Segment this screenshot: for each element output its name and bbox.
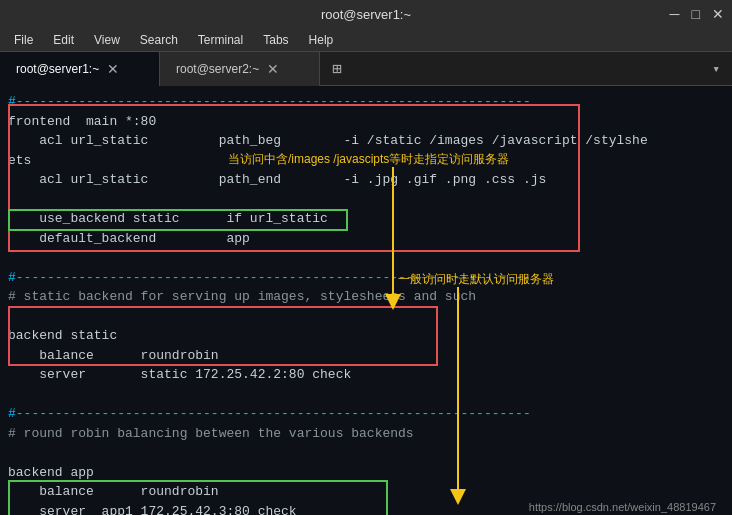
line-blank5: [8, 443, 724, 463]
line-server1: server static 172.25.42.2:80 check: [8, 365, 724, 385]
annotation-static: 当访问中含/images /javascipts等时走指定访问服务器: [228, 150, 509, 168]
window-title: root@server1:~: [321, 7, 411, 22]
new-tab-button[interactable]: ⊞: [324, 57, 350, 81]
line-sep3: #---------------------------------------…: [8, 404, 724, 424]
tab-server2-close[interactable]: ✕: [267, 61, 279, 77]
green-box-default: [8, 209, 348, 231]
menu-view[interactable]: View: [86, 31, 128, 49]
green-box-app: [8, 480, 388, 515]
red-box-static: [8, 306, 438, 366]
terminal-content: #---------------------------------------…: [8, 92, 724, 515]
menu-help[interactable]: Help: [301, 31, 342, 49]
menu-edit[interactable]: Edit: [45, 31, 82, 49]
arrow-default: [448, 287, 508, 507]
tab-server2-label: root@server2:~: [176, 62, 259, 76]
menu-file[interactable]: File: [6, 31, 41, 49]
line-comment2: # round robin balancing between the vari…: [8, 424, 724, 444]
tab-server1[interactable]: root@server1:~ ✕: [0, 52, 160, 86]
terminal-area: #---------------------------------------…: [0, 86, 732, 515]
minimize-btn[interactable]: ─: [670, 6, 680, 22]
line-blank4: [8, 385, 724, 405]
menu-search[interactable]: Search: [132, 31, 186, 49]
title-bar: root@server1:~ ─ □ ✕: [0, 0, 732, 28]
watermark: https://blog.csdn.net/weixin_48819467: [529, 499, 716, 516]
tab-server1-label: root@server1:~: [16, 62, 99, 76]
menu-terminal[interactable]: Terminal: [190, 31, 251, 49]
arrow-static: [363, 167, 423, 312]
menu-tabs[interactable]: Tabs: [255, 31, 296, 49]
menu-bar: File Edit View Search Terminal Tabs Help: [0, 28, 732, 52]
close-btn[interactable]: ✕: [712, 6, 724, 22]
tab-server1-close[interactable]: ✕: [107, 61, 119, 77]
tab-bar: root@server1:~ ✕ root@server2:~ ✕ ⊞ ▾: [0, 52, 732, 86]
maximize-btn[interactable]: □: [692, 6, 700, 22]
tab-dropdown-btn[interactable]: ▾: [704, 57, 728, 81]
tab-server2[interactable]: root@server2:~ ✕: [160, 52, 320, 86]
